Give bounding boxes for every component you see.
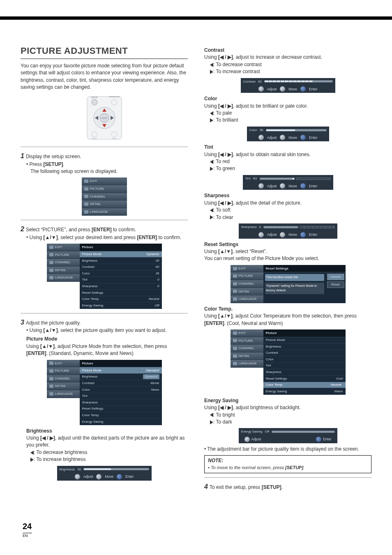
page-number: 24 EN — [23, 522, 32, 539]
tint-h: Tint — [204, 144, 371, 151]
section-title: PICTURE ADJUSTMENT — [21, 44, 188, 59]
svg-point-1 — [92, 99, 97, 105]
menu-tab: PICTURE — [82, 185, 127, 193]
osd-row: Brightness — [263, 343, 346, 350]
step4: 4To exit the setup, press [SETUP]. — [204, 482, 371, 491]
menu-tab: DETAIL — [47, 382, 80, 390]
intro-text: You can enjoy your favorite picture mode… — [21, 62, 188, 91]
svg-rect-36 — [233, 332, 237, 335]
menu-tab: EXIT — [82, 177, 127, 185]
left-column: PICTURE ADJUSTMENT You can enjoy your fa… — [21, 44, 188, 491]
svg-rect-25 — [49, 276, 53, 279]
svg-point-13 — [111, 131, 117, 137]
osd-row: Reset Settings — [80, 290, 162, 296]
energy-h: Energy Saving — [204, 397, 371, 404]
svg-text:SCREEN MODE: SCREEN MODE — [108, 96, 120, 98]
content: PICTURE ADJUSTMENT You can enjoy your fa… — [0, 44, 392, 491]
menu-tab: CHANNEL — [47, 375, 80, 383]
bar-br: Brightness30 AdjustMoveEnter — [57, 466, 152, 481]
svg-rect-35 — [233, 297, 237, 301]
picture-mode-h: Picture Mode — [21, 336, 188, 343]
svg-rect-37 — [233, 339, 237, 342]
osd-row: Contrast — [263, 350, 346, 357]
osd-row: Energy SavingOff — [80, 302, 162, 309]
svg-rect-34 — [233, 290, 237, 293]
brightness-h: Brightness — [21, 428, 188, 435]
header-bar — [0, 16, 392, 20]
menu-tab: LANGUAGE — [47, 390, 80, 398]
osd-row: Reset Settings — [80, 406, 162, 412]
menu-tab: PICTURE — [231, 337, 263, 345]
step1-note: The following setup screen is displayed. — [21, 168, 188, 175]
osd-row: Reset SettingsCool — [263, 375, 346, 382]
menu-tab: CHANNEL — [82, 193, 127, 201]
menu-tab: PICTURE — [47, 367, 80, 375]
osd-row: Sharpness0 — [80, 283, 162, 290]
note-box: NOTE: • To move to the normal screen, pr… — [204, 455, 371, 473]
osd-picture-1: EXITPICTURECHANNELDETAILLANGUAGEPictureP… — [47, 244, 162, 309]
reset-desc: You can reset setting of the Picture Mod… — [204, 255, 371, 262]
osd-row: Brightness30 — [80, 258, 162, 264]
svg-rect-32 — [233, 274, 237, 278]
svg-rect-17 — [84, 187, 88, 191]
svg-text:SETUP: SETUP — [91, 97, 97, 99]
osd-row: Color — [263, 356, 346, 363]
osd-row: ColorNews — [80, 387, 162, 393]
svg-point-12 — [92, 131, 97, 137]
svg-rect-29 — [49, 385, 53, 388]
svg-point-2 — [111, 99, 117, 105]
osd-picture-2: EXITPICTURECHANNELDETAILLANGUAGEPictureP… — [47, 360, 162, 425]
step2: 2Select “PICTURE”, and press [ENTER] to … — [21, 224, 188, 234]
step1: 1Display the setup screen. — [21, 151, 188, 161]
osd-row: BrightnessDynamic — [80, 374, 162, 380]
svg-rect-31 — [233, 267, 237, 270]
energy-note: • The adjustment bar for picture quality… — [204, 446, 371, 453]
svg-rect-40 — [233, 362, 237, 365]
menu-tab: LANGUAGE — [47, 274, 80, 282]
sharpness-h: Sharpness — [204, 192, 371, 199]
bar-sh: Sharpness0 AdjustMoveEnter — [239, 223, 337, 239]
osd-row: Sharpness — [263, 369, 346, 376]
svg-rect-18 — [84, 195, 88, 198]
osd-row: ContrastMovie — [80, 380, 162, 387]
osd-row: Energy Saving — [80, 419, 162, 425]
menu-tab: LANGUAGE — [82, 208, 127, 216]
osd-colortemp: EXITPICTURECHANNELDETAILLANGUAGEPictureP… — [231, 329, 346, 395]
colortemp-h: Color Temp. — [204, 306, 371, 313]
svg-rect-23 — [49, 261, 53, 264]
svg-rect-24 — [49, 269, 53, 272]
menu-tab: DETAIL — [47, 267, 80, 274]
menu-tab: CHANNEL — [231, 345, 263, 352]
menu-tab: EXIT — [231, 329, 263, 337]
osd-row: Sharpness — [80, 399, 162, 406]
osd-row: Picture Mode — [263, 337, 346, 344]
menu-tab: CHANNEL — [47, 259, 80, 267]
svg-rect-27 — [49, 369, 53, 373]
menu-tab: DETAIL — [231, 352, 263, 360]
menu-tab: PICTURE — [47, 251, 80, 259]
contrast-h: Contrast — [204, 47, 371, 54]
svg-rect-30 — [49, 392, 53, 396]
svg-text:ENTER: ENTER — [101, 117, 107, 119]
color-h: Color — [204, 95, 371, 102]
menu-tab: EXIT — [47, 360, 80, 368]
menu-tab: LANGUAGE — [231, 360, 263, 368]
bar-cl: Color36 AdjustMoveEnter — [247, 127, 329, 142]
svg-rect-16 — [84, 180, 88, 183]
osd-row: Color Temp.Neutral — [263, 382, 346, 389]
osd-row: Color36 — [80, 270, 162, 277]
bar-ti: TintR2 AdjustMoveEnter — [243, 175, 333, 190]
svg-rect-21 — [49, 246, 53, 249]
osd-row: Picture ModeStandard — [80, 367, 162, 374]
svg-rect-38 — [233, 347, 237, 350]
menu-tab: EXIT — [47, 244, 80, 251]
menu-tab: DETAIL — [82, 200, 127, 208]
svg-rect-39 — [233, 355, 237, 358]
bar-es: Energy SavingOff AdjustEnter — [239, 428, 337, 443]
setup-menu: EXITPICTURECHANNELDETAILLANGUAGE — [82, 177, 127, 216]
step3: 3Adjust the picture quality. — [21, 318, 188, 327]
osd-row: Color Temp.Neutral — [80, 296, 162, 303]
osd-row: Tint0 — [80, 277, 162, 283]
osd-reset: EXITPICTURECHANNELDETAILLANGUAGEReset Se… — [231, 265, 346, 303]
osd-row: Color Temp. — [80, 412, 162, 419]
